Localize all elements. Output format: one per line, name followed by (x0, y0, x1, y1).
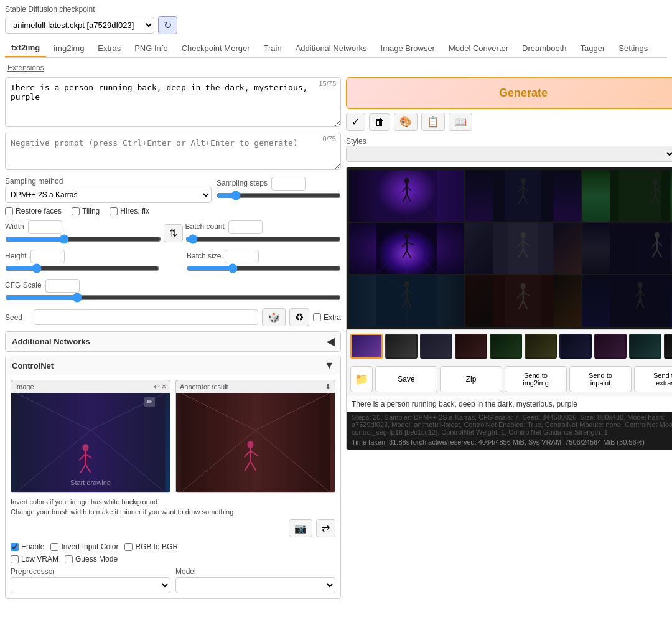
dice-button[interactable]: 🎲 (262, 308, 286, 326)
extra-seed-checkbox[interactable]: Extra (313, 313, 341, 322)
image-cell-8[interactable] (465, 275, 581, 327)
thumbnail-7[interactable] (559, 334, 592, 359)
cn-model-select[interactable] (175, 577, 335, 593)
cn-options-row2: Low VRAM Guess Mode (11, 555, 335, 563)
tab-additional-networks[interactable]: Additional Networks (289, 39, 373, 57)
book-icon-button[interactable]: 📖 (449, 113, 472, 131)
controlnet-close-button[interactable]: × (162, 382, 166, 391)
thumbnail-4[interactable] (455, 334, 487, 359)
sampling-method-select[interactable]: DPM++ 2S a Karras (5, 187, 212, 203)
send-to-img2img-button[interactable]: Send to img2img (505, 366, 567, 392)
save-button[interactable]: Save (375, 366, 437, 392)
zip-button[interactable]: Zip (440, 366, 502, 392)
thumbnail-6[interactable] (525, 334, 557, 359)
thumbnail-9[interactable] (629, 334, 661, 359)
cn-low-vram-checkbox[interactable]: Low VRAM (11, 555, 58, 563)
negative-counter: 0/75 (323, 135, 336, 143)
restore-faces-checkbox[interactable]: Restore faces (5, 207, 62, 215)
image-cell-1[interactable] (349, 170, 464, 222)
controlnet-images: Image ↩ × (11, 380, 335, 493)
styles-select[interactable] (346, 146, 672, 162)
thumbnail-8[interactable] (594, 334, 627, 359)
sampling-steps-input[interactable]: 20 (271, 177, 306, 191)
check-icon-button[interactable]: ✓ (346, 113, 365, 131)
generate-button[interactable]: Generate (346, 77, 672, 109)
palette-icon-button[interactable]: 🎨 (394, 113, 418, 131)
cfg-input[interactable]: 7 (45, 279, 80, 293)
svg-point-52 (404, 233, 409, 239)
checkpoint-refresh-button[interactable]: ↻ (158, 16, 177, 34)
sampling-steps-slider[interactable] (217, 191, 341, 200)
tab-image-browser[interactable]: Image Browser (375, 39, 441, 57)
controlnet-camera-button[interactable]: 📷 (289, 519, 312, 537)
controlnet-annotator-download[interactable]: ⬇ (325, 382, 331, 391)
invert-colors-text: Invert colors if your image has white ba… (11, 498, 335, 506)
tab-dreambooth[interactable]: Dreambooth (516, 39, 573, 57)
recycle-seed-button[interactable]: ♻ (289, 308, 309, 326)
image-cell-3[interactable] (582, 170, 672, 222)
tab-settings[interactable]: Settings (612, 39, 654, 57)
image-cell-6[interactable] (582, 223, 672, 275)
thumbnail-3[interactable] (420, 334, 452, 359)
thumbnail-10[interactable] (664, 334, 672, 359)
send-to-extras-button[interactable]: Send to extras (634, 366, 672, 392)
batch-size-label: Batch size (187, 252, 221, 260)
image-cell-7[interactable] (349, 275, 464, 327)
width-input[interactable]: 800 (28, 220, 62, 234)
image-cell-4[interactable] (349, 223, 464, 275)
output-action-buttons: 📁 Save Zip Send to img2img Send to inpai… (347, 362, 672, 396)
brush-width-text: Change your brush width to make it thinn… (11, 508, 335, 516)
thumbnail-2[interactable] (385, 334, 418, 359)
cfg-label: CFG Scale (5, 281, 42, 290)
tab-png-info[interactable]: PNG Info (128, 39, 174, 57)
tab-extras[interactable]: Extras (91, 39, 127, 57)
width-slider[interactable] (5, 234, 161, 244)
positive-prompt-input[interactable]: There is a person running back, deep in … (5, 77, 341, 127)
open-folder-button[interactable]: 📁 (350, 366, 373, 392)
controlnet-pen-button[interactable]: ✏ (144, 397, 155, 407)
controlnet-body: Image ↩ × (6, 375, 340, 598)
controlnet-title: ControlNet (12, 361, 54, 370)
svg-point-34 (521, 178, 526, 184)
thumbnail-1[interactable] (350, 334, 383, 359)
batch-size-input[interactable]: 3 (225, 250, 259, 263)
tab-tagger[interactable]: Tagger (574, 39, 612, 57)
tab-checkpoint-merger[interactable]: Checkpoint Merger (175, 39, 256, 57)
batch-size-slider[interactable] (187, 263, 341, 273)
hires-fix-checkbox[interactable]: Hires. fix (110, 207, 149, 215)
checkpoint-select[interactable]: animefull-latest.ckpt [a7529df023] (5, 17, 154, 34)
copy-icon-button[interactable]: 📋 (421, 113, 445, 131)
image-cell-5[interactable] (465, 223, 581, 275)
cn-enable-checkbox[interactable]: Enable (11, 542, 44, 551)
height-input[interactable]: 430 (30, 250, 65, 263)
extensions-link[interactable]: Extensions (5, 61, 47, 75)
image-cell-2[interactable] (465, 170, 581, 222)
negative-prompt-input[interactable] (5, 133, 341, 170)
height-slider[interactable] (5, 263, 159, 273)
controlnet-header[interactable]: ControlNet ▼ (6, 356, 340, 375)
trash-icon-button[interactable]: 🗑 (369, 113, 390, 131)
tab-img2img[interactable]: img2img (47, 39, 90, 57)
image-cell-9[interactable] (582, 275, 672, 327)
tab-train[interactable]: Train (258, 39, 288, 57)
tiling-checkbox[interactable]: Tiling (72, 207, 100, 215)
thumbnail-5[interactable] (490, 334, 522, 359)
additional-networks-header[interactable]: Additional Networks ◀ (6, 332, 340, 351)
tab-model-converter[interactable]: Model Converter (442, 39, 515, 57)
batch-count-slider[interactable] (185, 234, 342, 244)
cn-guess-mode-checkbox[interactable]: Guess Mode (65, 555, 118, 563)
cn-invert-checkbox[interactable]: Invert Input Color (50, 542, 118, 551)
output-info-text: There is a person running back, deep in … (347, 396, 672, 412)
cn-preprocessor-select[interactable] (11, 577, 170, 593)
cn-rgb-bgr-checkbox[interactable]: RGB to BGR (124, 542, 178, 551)
controlnet-undo-button[interactable]: ↩ (154, 382, 160, 391)
swap-dimensions-button[interactable]: ⇅ (164, 224, 183, 242)
controlnet-swap-button[interactable]: ⇄ (316, 519, 335, 537)
seed-input[interactable]: -1 (34, 309, 258, 325)
tab-txt2img[interactable]: txt2img (5, 39, 46, 57)
batch-count-group: Batch count 3 (185, 220, 342, 246)
batch-count-input[interactable]: 3 (228, 220, 263, 234)
cfg-slider[interactable] (5, 293, 341, 303)
controlnet-canvas[interactable]: Start drawing ✏ (11, 393, 170, 492)
send-to-inpaint-button[interactable]: Send to inpaint (569, 366, 632, 392)
